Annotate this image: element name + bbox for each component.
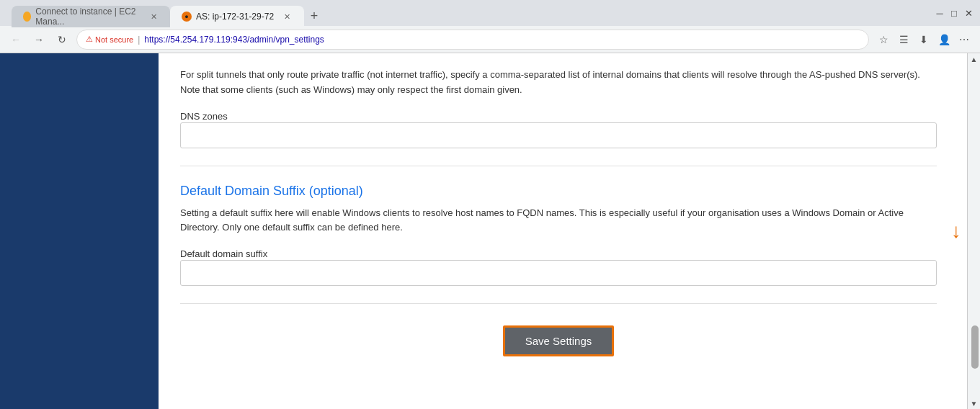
dns-zones-description: For split tunnels that only route privat… [180, 68, 937, 98]
back-button[interactable]: ← [7, 31, 24, 48]
reading-list-icon[interactable]: ☰ [895, 31, 912, 48]
bookmarks-icon[interactable]: ☆ [875, 31, 892, 48]
main-area: For split tunnels that only route privat… [159, 53, 980, 409]
default-domain-input[interactable] [180, 260, 937, 286]
minimize-button[interactable]: ─ [934, 7, 945, 19]
maximize-button[interactable]: □ [948, 7, 960, 19]
content-wrapper: For split tunnels that only route privat… [180, 68, 937, 356]
security-indicator: ⚠ Not secure [86, 35, 133, 44]
tabs-area: Connect to instance | EC2 Mana... ✕ ● AS… [12, 0, 928, 26]
tab2-label: AS: ip-172-31-29-72 [196, 12, 274, 22]
profile-icon[interactable]: 👤 [935, 31, 953, 48]
reload-button[interactable]: ↻ [53, 31, 71, 48]
tab-connect-instance[interactable]: Connect to instance | EC2 Mana... ✕ [12, 6, 170, 27]
dns-zones-label: DNS zones [180, 111, 228, 122]
section-divider [180, 166, 937, 166]
scrollbar-track[interactable] [968, 65, 980, 397]
scrollbar-thumb[interactable] [971, 325, 979, 369]
security-label: Not secure [95, 35, 133, 44]
downloads-icon[interactable]: ⬇ [915, 31, 932, 48]
page-content: For split tunnels that only route privat… [0, 53, 980, 409]
warning-icon: ⚠ [86, 35, 93, 44]
default-domain-title: Default Domain Suffix (optional) [180, 184, 937, 199]
save-button-container: Save Settings [180, 325, 937, 356]
bottom-divider [180, 303, 937, 304]
tab2-icon: ● [182, 12, 192, 22]
sidebar [0, 53, 159, 409]
toolbar-icons: ☆ ☰ ⬇ 👤 ⋯ [875, 31, 973, 48]
menu-icon[interactable]: ⋯ [956, 31, 973, 48]
url-text: https://54.254.179.119:943/admin/vpn_set… [144, 35, 324, 45]
forward-button[interactable]: → [30, 31, 48, 48]
save-settings-button[interactable]: Save Settings [503, 325, 615, 356]
tab1-icon [23, 12, 31, 22]
url-divider: | [138, 35, 140, 45]
tab1-close[interactable]: ✕ [149, 11, 159, 22]
new-tab-button[interactable]: + [304, 6, 324, 26]
url-bar[interactable]: ⚠ Not secure | https://54.254.179.119:94… [76, 30, 869, 50]
tab1-label: Connect to instance | EC2 Mana... [35, 6, 142, 27]
default-domain-field-group: Default domain suffix [180, 247, 937, 286]
dns-zones-field-group: DNS zones [180, 109, 937, 148]
window-action-buttons: ─ □ ✕ [934, 7, 974, 19]
dns-zones-input[interactable] [180, 122, 937, 148]
scrollbar-up-button[interactable]: ▲ [968, 53, 980, 65]
title-bar: Connect to instance | EC2 Mana... ✕ ● AS… [0, 0, 980, 26]
scrollbar-down-button[interactable]: ▼ [968, 397, 980, 409]
default-domain-label: Default domain suffix [180, 248, 267, 259]
address-bar: ← → ↻ ⚠ Not secure | https://54.254.179.… [0, 26, 980, 53]
tab2-close[interactable]: ✕ [281, 11, 293, 22]
tab-as-ip[interactable]: ● AS: ip-172-31-29-72 ✕ [170, 6, 304, 27]
scroll-down-arrow: ↓ [951, 220, 961, 243]
close-button[interactable]: ✕ [963, 7, 974, 19]
scrollbar[interactable]: ▲ ▼ [967, 53, 980, 409]
default-domain-description: Setting a default suffix here will enabl… [180, 206, 937, 236]
